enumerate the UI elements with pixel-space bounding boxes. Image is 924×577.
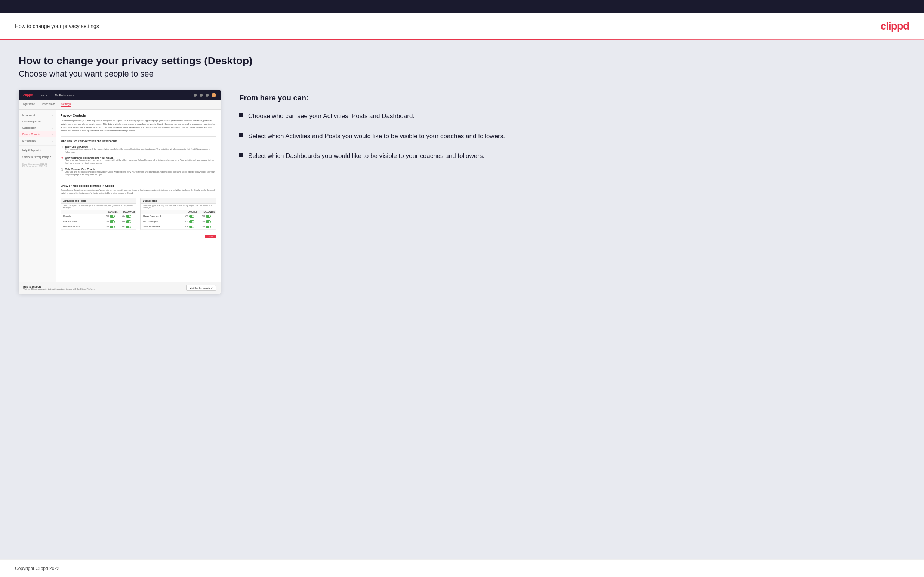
screenshot-mockup: clippd Home My Performance My Profile Co… <box>19 90 221 293</box>
mock-act-row-rounds: Rounds ON ON <box>61 214 136 219</box>
logo: clippd <box>880 20 909 32</box>
header: How to change your privacy settings clip… <box>0 13 924 39</box>
bullet-square-1 <box>239 113 243 117</box>
mock-sidebar-subscription: Subscription › <box>19 125 56 131</box>
mock-subnav-profile: My Profile <box>23 103 35 107</box>
mock-radio-everyone-circle <box>61 146 63 148</box>
mock-dashboards-header: Dashboards <box>141 198 216 203</box>
mock-radio-followers-circle <box>61 157 63 160</box>
mock-avatar <box>212 93 216 97</box>
mock-radio-followers-label: Only Approved Followers and Your Coach <box>65 156 216 159</box>
mock-save-row: Save <box>61 233 216 240</box>
mock-activities-desc: Select the types of activity that you'd … <box>61 203 136 210</box>
mock-grid-icon <box>200 94 203 97</box>
mock-sidebar-privacy: Privacy Controls › <box>19 131 56 137</box>
mock-body: My Account › Data Integrations › Subscri… <box>19 110 221 282</box>
main-content: How to change your privacy settings (Des… <box>0 40 924 559</box>
mock-nav-home: Home <box>41 94 48 97</box>
mock-main-panel: Privacy Controls Control how you and you… <box>56 110 221 282</box>
mock-sidebar-service: Service & Privacy Policy ↗ <box>19 154 56 161</box>
mock-help-footer: Help & Support Visit our Clippd communit… <box>19 282 221 293</box>
content-row: clippd Home My Performance My Profile Co… <box>19 90 905 293</box>
mock-divider-1 <box>61 136 216 137</box>
mock-help-title: Help & Support <box>23 285 95 288</box>
mock-radio-followers: Only Approved Followers and Your Coach O… <box>61 156 216 165</box>
top-bar <box>0 0 924 13</box>
mock-sidebar-account: My Account › <box>19 112 56 118</box>
mock-sidebar: My Account › Data Integrations › Subscri… <box>19 110 56 282</box>
mock-radio-followers-desc: Only approved followers and coaches you … <box>65 159 216 165</box>
page-heading: How to change your privacy settings (Des… <box>19 55 905 67</box>
bullet-text-2: Select which Activities and Posts you wo… <box>248 131 505 141</box>
mock-radio-everyone: Everyone on Clippd Everyone on Clippd ca… <box>61 145 216 153</box>
mock-radio-group: Everyone on Clippd Everyone on Clippd ca… <box>61 145 216 176</box>
mock-subnav-settings: Settings <box>61 103 71 107</box>
header-title: How to change your privacy settings <box>15 23 99 29</box>
mock-sidebar-version: Clippd Client Version: 2022.8.2SQL Serve… <box>19 161 56 169</box>
mock-privacy-desc: Control how you and your data appears to… <box>61 119 216 132</box>
mock-sidebar-help: Help & Support ↗ <box>19 147 56 154</box>
mock-search-icon <box>194 94 197 97</box>
mock-dash-row-whattowork: What To Work On ON ON <box>141 224 216 230</box>
bullet-text-3: Select which Dashboards you would like t… <box>248 151 485 161</box>
mock-showhide-desc: Regardless of the privacy controls that … <box>61 189 216 195</box>
bullet-item-1: Choose who can see your Activities, Post… <box>239 111 905 121</box>
from-here-title: From here you can: <box>239 94 905 102</box>
mock-sidebar-data: Data Integrations › <box>19 118 56 125</box>
mock-nav-icons <box>194 93 216 97</box>
mock-divider-2 <box>61 181 216 181</box>
mock-dash-row-insights: Round Insights ON ON <box>141 219 216 224</box>
bullet-list: Choose who can see your Activities, Post… <box>239 111 905 161</box>
mock-radio-only-you-circle <box>61 168 63 171</box>
mock-dashboards-subheader: COACHES FOLLOWERS <box>141 210 216 214</box>
mock-radio-everyone-desc: Everyone on Clippd can search for you an… <box>65 148 216 153</box>
bullet-text-1: Choose who can see your Activities, Post… <box>248 111 415 121</box>
bullet-square-3 <box>239 153 243 157</box>
mock-radio-only-you-desc: Only you and the coaches you connect wit… <box>65 171 216 176</box>
mock-dashboards-desc: Select the types of activity that you'd … <box>141 203 216 210</box>
mock-tables-row: Activities and Posts Select the types of… <box>61 198 216 230</box>
right-panel: From here you can: Choose who can see yo… <box>239 90 905 161</box>
mock-logo: clippd <box>23 93 33 97</box>
mock-radio-only-you: Only You and Your Coach Only you and the… <box>61 168 216 176</box>
bullet-item-3: Select which Dashboards you would like t… <box>239 151 905 161</box>
bullet-square-2 <box>239 133 243 137</box>
mock-showhide-title: Show or hide specific features in Clippd <box>61 184 216 187</box>
mock-help-desc: Visit our Clippd community to troublesho… <box>23 288 95 290</box>
mock-dash-row-player: Player Dashboard ON ON <box>141 214 216 219</box>
mock-act-row-drills: Practice Drills ON ON <box>61 219 136 224</box>
mock-sidebar-golfbag: My Golf Bag › <box>19 137 56 144</box>
mock-nav-bar: clippd Home My Performance <box>19 90 221 100</box>
mock-visit-community-button[interactable]: Visit Our Community ↗ <box>186 285 216 290</box>
mock-who-title: Who Can See Your Activities and Dashboar… <box>61 140 216 142</box>
mock-radio-only-you-label: Only You and Your Coach <box>65 168 216 171</box>
mock-bell-icon <box>205 94 208 97</box>
mock-radio-everyone-label: Everyone on Clippd <box>65 145 216 148</box>
mock-dashboards-table: Dashboards Select the types of activity … <box>140 198 216 230</box>
page-subheading: Choose what you want people to see <box>19 69 905 79</box>
mock-save-button[interactable]: Save <box>205 235 216 238</box>
mock-activities-subheader: COACHES FOLLOWERS <box>61 210 136 214</box>
copyright: Copyright Clippd 2022 <box>15 566 60 571</box>
bullet-item-2: Select which Activities and Posts you wo… <box>239 131 905 141</box>
footer: Copyright Clippd 2022 <box>0 559 924 577</box>
mock-activities-table: Activities and Posts Select the types of… <box>61 198 136 230</box>
mock-subnav-connections: Connections <box>41 103 55 107</box>
mock-nav-performance: My Performance <box>55 94 74 97</box>
mock-sidebar-divider <box>19 145 56 146</box>
mock-act-row-manual: Manual Activities ON ON <box>61 224 136 230</box>
mock-subnav: My Profile Connections Settings <box>19 100 221 110</box>
mock-privacy-title: Privacy Controls <box>61 114 216 117</box>
mock-activities-header: Activities and Posts <box>61 198 136 203</box>
